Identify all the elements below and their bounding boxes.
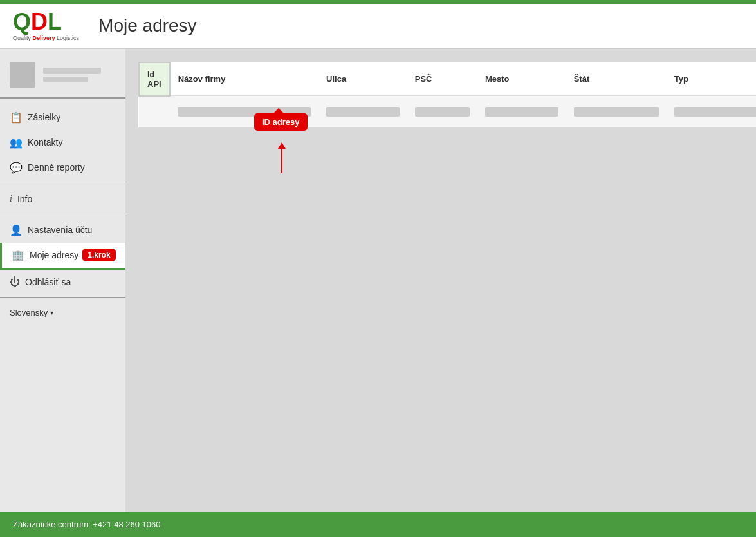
avatar: [10, 62, 35, 88]
sidebar-label-zasielky: Zásielky: [28, 112, 60, 122]
logo-q: Q: [13, 8, 31, 35]
moje-adresy-icon: 🏢: [12, 249, 24, 261]
footer-text: Zákaznícke centrum: +421 48 260 1060: [13, 520, 160, 529]
address-table: Id API Názov firmy Ulica PSČ Mesto Štát …: [138, 62, 756, 128]
main-content: ID adresy Id API Názov firmy Ulica PSČ M…: [125, 49, 756, 512]
table-header: Id API Názov firmy Ulica PSČ Mesto Štát …: [139, 62, 756, 96]
sidebar-item-nastavenia-uctu[interactable]: 👤 Nastavenia účtu: [0, 218, 125, 243]
cell-psc: ██████: [407, 96, 477, 127]
blurred-mesto: ████████: [485, 107, 558, 117]
chevron-down-icon: ▾: [50, 309, 53, 316]
col-id-api: Id API: [139, 62, 170, 96]
user-name: [43, 68, 101, 74]
blurred-ulica: ████████: [326, 107, 400, 117]
logo-subtitle: Quality Delivery Logistics: [13, 35, 79, 42]
header: QDL Quality Delivery Logistics Moje adre…: [0, 4, 756, 49]
sidebar-label-denne-reporty: Denné reporty: [28, 162, 85, 173]
cell-mesto: ████████: [477, 96, 566, 127]
sidebar: 📋 Zásielky 👥 Kontakty 💬 Denné reporty: [0, 49, 125, 512]
table-body: ████████████████ ████████ ██████ ███████…: [139, 96, 756, 127]
sidebar-label-info: Info: [17, 194, 32, 204]
krok-badge: 1.krok: [82, 249, 115, 261]
sidebar-divider-1: [0, 184, 125, 184]
denne-reporty-icon: 💬: [10, 162, 23, 174]
col-mesto: Mesto: [477, 62, 566, 96]
cell-stat: ██████████: [566, 96, 667, 127]
tooltip-arrow: [278, 142, 286, 173]
col-ulica: Ulica: [318, 62, 407, 96]
sidebar-divider-3: [0, 297, 125, 298]
col-nazov-firmy: Názov firmy: [170, 62, 318, 96]
col-typ: Typ: [667, 62, 756, 96]
cell-id-api: [139, 96, 170, 127]
logo-d: D: [31, 8, 48, 35]
sidebar-label-odhlasit: Odhlásiť sa: [25, 277, 71, 287]
sidebar-nav: 📋 Zásielky 👥 Kontakty 💬 Denné reporty: [0, 105, 125, 298]
language-label: Slovensky: [10, 308, 48, 317]
user-role: [43, 77, 88, 82]
table-row: ████████████████ ████████ ██████ ███████…: [139, 96, 756, 127]
arrow-shaft: [281, 147, 282, 173]
sidebar-label-kontakty: Kontakty: [28, 137, 62, 147]
cell-ulica: ████████: [318, 96, 407, 127]
language-selector[interactable]: Slovensky ▾: [0, 301, 125, 324]
logo: QDL Quality Delivery Logistics: [13, 10, 79, 42]
zasielky-icon: 📋: [10, 111, 23, 124]
sidebar-item-moje-adresy[interactable]: 🏢 Moje adresy 1.krok: [0, 243, 125, 270]
footer: Zákaznícke centrum: +421 48 260 1060: [0, 512, 756, 537]
sidebar-item-denne-reporty[interactable]: 💬 Denné reporty: [0, 155, 125, 180]
sidebar-item-zasielky[interactable]: 📋 Zásielky: [0, 105, 125, 130]
sidebar-label-nastavenia: Nastavenia účtu: [28, 225, 92, 235]
sidebar-user: [0, 55, 125, 99]
table-header-row: Id API Názov firmy Ulica PSČ Mesto Štát …: [139, 62, 756, 96]
sidebar-divider-2: [0, 214, 125, 214]
logo-l: L: [48, 8, 62, 35]
tooltip-box: ID adresy: [254, 113, 308, 131]
layout: 📋 Zásielky 👥 Kontakty 💬 Denné reporty: [0, 49, 756, 512]
nastavenia-icon: 👤: [10, 224, 23, 236]
cell-typ: ████████████████: [667, 96, 756, 127]
col-psc: PSČ: [407, 62, 477, 96]
sidebar-item-kontakty[interactable]: 👥 Kontakty: [0, 130, 125, 155]
logo-letters: QDL: [13, 10, 62, 33]
kontakty-icon: 👥: [10, 137, 23, 149]
info-icon: i: [10, 194, 12, 204]
blurred-stat: ██████████: [574, 107, 659, 117]
page-title: Moje adresy: [98, 15, 197, 36]
user-info: [43, 68, 101, 82]
sidebar-item-info[interactable]: i Info: [0, 187, 125, 211]
tooltip-wrapper: ID adresy: [254, 113, 308, 131]
blurred-typ: ████████████████: [674, 107, 756, 117]
sidebar-label-moje-adresy: Moje adresy: [30, 250, 78, 260]
sidebar-item-odhlasit-sa[interactable]: ⏻ Odhlásiť sa: [0, 270, 125, 294]
col-stat: Štát: [566, 62, 667, 96]
blurred-psc: ██████: [415, 107, 470, 117]
tooltip-label: ID adresy: [262, 117, 300, 127]
odhlasit-icon: ⏻: [10, 276, 20, 288]
